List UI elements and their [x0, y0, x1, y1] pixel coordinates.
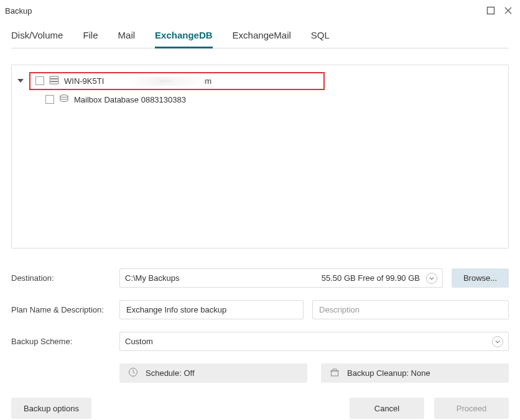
chevron-down-icon[interactable]: [492, 336, 503, 347]
tab-exchangemail[interactable]: ExchangeMail: [233, 21, 291, 48]
clock-icon: [128, 367, 138, 379]
tab-file[interactable]: File: [83, 21, 98, 48]
destination-label: Destination:: [11, 273, 111, 283]
mailboxdb-label: Mailbox Database 0883130383: [74, 95, 186, 104]
destination-field[interactable]: C:\My Backups 55.50 GB Free of 99.90 GB: [119, 268, 443, 288]
backup-options-button[interactable]: Backup options: [11, 398, 91, 419]
chevron-down-icon[interactable]: [426, 273, 437, 284]
tab-exchangedb[interactable]: ExchangeDB: [155, 21, 213, 48]
svg-rect-9: [332, 371, 338, 376]
server-checkbox[interactable]: [35, 76, 44, 85]
server-icon: [49, 76, 59, 86]
cleanup-pill[interactable]: Backup Cleanup: None: [321, 363, 509, 383]
tree-row-mailbox-db[interactable]: Mailbox Database 0883130383: [17, 90, 503, 109]
svg-point-7: [60, 94, 68, 97]
tab-bar: Disk/Volume File Mail ExchangeDB Exchang…: [11, 21, 509, 48]
plan-description-input[interactable]: [312, 300, 509, 319]
plan-name-label: Plan Name & Description:: [11, 305, 111, 314]
maximize-icon[interactable]: [486, 6, 495, 15]
svg-rect-4: [50, 76, 58, 78]
tab-sql[interactable]: SQL: [311, 21, 330, 48]
backup-scheme-select[interactable]: Custom: [119, 332, 509, 351]
schedule-pill[interactable]: Schedule: Off: [119, 363, 307, 383]
browse-button[interactable]: Browse...: [452, 268, 509, 288]
source-tree-panel: WIN-9K5TI ···· 013.com Mailbox Database …: [11, 65, 509, 249]
backup-scheme-value: Custom: [125, 337, 153, 346]
close-icon[interactable]: [504, 6, 513, 15]
redacted-blur: ····: [130, 77, 205, 86]
chevron-down-icon[interactable]: [17, 78, 24, 84]
destination-path: C:\My Backups: [125, 273, 179, 283]
cleanup-icon: [330, 367, 340, 379]
svg-rect-5: [50, 79, 58, 81]
svg-rect-6: [50, 81, 58, 84]
cancel-button[interactable]: Cancel: [350, 398, 424, 419]
mailboxdb-checkbox[interactable]: [45, 95, 54, 104]
schedule-text: Schedule: Off: [146, 368, 195, 378]
proceed-button[interactable]: Proceed: [434, 398, 509, 419]
tab-mail[interactable]: Mail: [118, 21, 136, 48]
cleanup-text: Backup Cleanup: None: [347, 368, 430, 378]
database-icon: [59, 94, 69, 105]
svg-marker-3: [17, 79, 24, 83]
tree-row-server[interactable]: WIN-9K5TI ···· 013.com: [17, 71, 503, 90]
backup-scheme-label: Backup Scheme:: [11, 337, 111, 346]
server-label-prefix: WIN-9K5TI: [64, 76, 104, 86]
destination-free-text: 55.50 GB Free of 99.90 GB: [322, 273, 420, 283]
server-selection-highlight: WIN-9K5TI ···· 013.com: [29, 72, 325, 90]
plan-name-input[interactable]: [119, 300, 304, 319]
svg-rect-0: [488, 7, 494, 14]
tab-disk-volume[interactable]: Disk/Volume: [11, 21, 63, 48]
window-title: Backup: [5, 6, 32, 16]
